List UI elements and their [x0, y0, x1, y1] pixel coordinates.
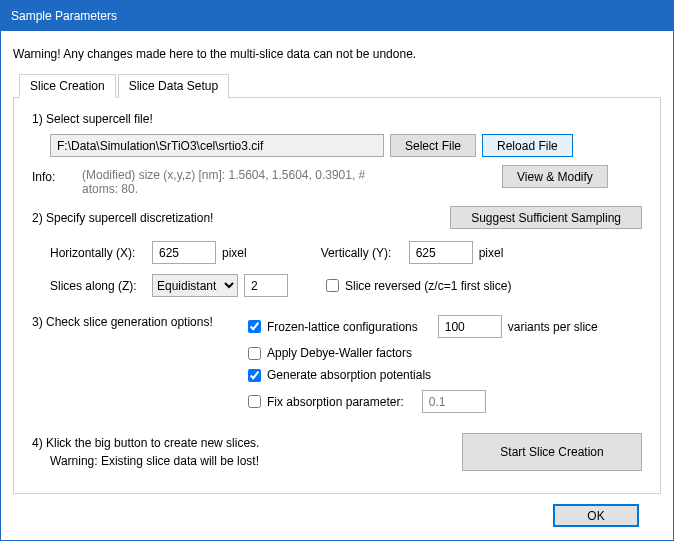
frozen-lattice-row[interactable]: Frozen-lattice configurations [248, 320, 418, 334]
slices-count-input[interactable] [244, 274, 288, 297]
fix-value-input [422, 390, 486, 413]
step2-row-z: Slices along (Z): Equidistant Slice reve… [50, 274, 642, 297]
pixel-label-x: pixel [222, 246, 247, 260]
slices-mode-select[interactable]: Equidistant [152, 274, 238, 297]
top-warning: Warning! Any changes made here to the mu… [13, 47, 661, 61]
step4-warning: Warning: Existing slice data will be los… [50, 454, 259, 468]
fix-row: Fix absorption parameter: [248, 390, 642, 413]
absorb-checkbox-row[interactable]: Generate absorption potentials [248, 368, 431, 382]
absorb-row: Generate absorption potentials [248, 368, 642, 382]
step1-row-file: Select File Reload File [50, 134, 642, 157]
fix-label: Fix absorption parameter: [267, 395, 404, 409]
tabs-bar: Slice Creation Slice Data Setup [13, 73, 661, 98]
step1-row-info: Info: (Modified) size (x,y,z) [nm]: 1.56… [32, 165, 642, 188]
dw-checkbox-row[interactable]: Apply Debye-Waller factors [248, 346, 412, 360]
step2-label: 2) Specify supercell discretization! [32, 211, 213, 225]
step3-block: 3) Check slice generation options! Froze… [32, 315, 642, 413]
footer: OK [13, 494, 661, 527]
fix-checkbox-row[interactable]: Fix absorption parameter: [248, 395, 404, 409]
step4-block: 4) Klick the big button to create new sl… [32, 433, 642, 471]
frozen-lattice-checkbox[interactable] [248, 320, 261, 333]
content-area: Warning! Any changes made here to the mu… [1, 31, 673, 539]
variants-input[interactable] [438, 315, 502, 338]
step4-label: 4) Klick the big button to create new sl… [32, 436, 259, 450]
select-file-button[interactable]: Select File [390, 134, 476, 157]
slice-reversed-label: Slice reversed (z/c=1 first slice) [345, 279, 511, 293]
reload-file-button[interactable]: Reload File [482, 134, 573, 157]
start-slice-creation-button[interactable]: Start Slice Creation [462, 433, 642, 471]
tab-slice-data-setup[interactable]: Slice Data Setup [118, 74, 229, 98]
dw-checkbox[interactable] [248, 347, 261, 360]
horizontally-input[interactable] [152, 241, 216, 264]
step2-row-xy: Horizontally (X): pixel Vertically (Y): … [50, 241, 642, 264]
window-title: Sample Parameters [11, 9, 117, 23]
info-label: Info: [32, 170, 70, 184]
view-modify-button[interactable]: View & Modify [502, 165, 608, 188]
variants-label: variants per slice [508, 320, 598, 334]
pixel-label-y: pixel [479, 246, 504, 260]
supercell-file-path[interactable] [50, 134, 384, 157]
step2-header: 2) Specify supercell discretization! Sug… [32, 206, 642, 229]
tab-slice-creation[interactable]: Slice Creation [19, 74, 116, 98]
dw-row: Apply Debye-Waller factors [248, 346, 642, 360]
frozen-row: Frozen-lattice configurations variants p… [248, 315, 642, 338]
dw-label: Apply Debye-Waller factors [267, 346, 412, 360]
slice-reversed-row[interactable]: Slice reversed (z/c=1 first slice) [326, 279, 511, 293]
info-text: (Modified) size (x,y,z) [nm]: 1.5604, 1.… [76, 165, 406, 188]
horizontally-label: Horizontally (X): [50, 246, 146, 260]
tab-pane-slice-creation: 1) Select supercell file! Select File Re… [13, 98, 661, 494]
vertically-label: Vertically (Y): [321, 246, 403, 260]
suggest-sampling-button[interactable]: Suggest Sufficient Sampling [450, 206, 642, 229]
step1-label: 1) Select supercell file! [32, 112, 642, 126]
fix-checkbox[interactable] [248, 395, 261, 408]
vertically-input[interactable] [409, 241, 473, 264]
absorb-checkbox[interactable] [248, 369, 261, 382]
absorb-label: Generate absorption potentials [267, 368, 431, 382]
step3-label: 3) Check slice generation options! [32, 315, 248, 329]
slice-reversed-checkbox[interactable] [326, 279, 339, 292]
window-titlebar: Sample Parameters [1, 1, 673, 31]
slices-along-label: Slices along (Z): [50, 279, 146, 293]
ok-button[interactable]: OK [553, 504, 639, 527]
frozen-lattice-label: Frozen-lattice configurations [267, 320, 418, 334]
